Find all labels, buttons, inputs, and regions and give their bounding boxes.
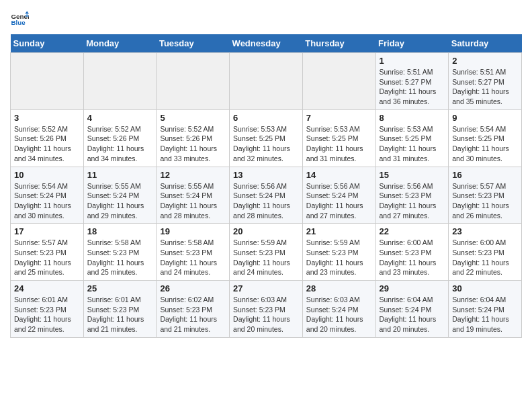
day-detail: Sunrise: 6:03 AM Sunset: 5:24 PM Dayligh…	[306, 295, 372, 334]
day-detail: Sunrise: 5:57 AM Sunset: 5:23 PM Dayligh…	[452, 181, 518, 221]
day-number: 5	[160, 113, 226, 123]
day-detail: Sunrise: 5:54 AM Sunset: 5:24 PM Dayligh…	[14, 181, 80, 221]
day-number: 6	[233, 113, 299, 123]
day-number: 29	[380, 283, 445, 293]
calendar-cell: 18Sunrise: 5:58 AM Sunset: 5:23 PM Dayli…	[83, 224, 157, 281]
day-number: 27	[233, 283, 299, 293]
day-detail: Sunrise: 5:53 AM Sunset: 5:25 PM Dayligh…	[380, 124, 445, 164]
calendar-cell: 4Sunrise: 5:52 AM Sunset: 5:26 PM Daylig…	[83, 109, 157, 167]
calendar-table: SundayMondayTuesdayWednesdayThursdayFrid…	[10, 34, 522, 338]
calendar-cell	[157, 53, 230, 110]
day-detail: Sunrise: 5:52 AM Sunset: 5:26 PM Dayligh…	[160, 124, 226, 164]
calendar-week-2: 3Sunrise: 5:52 AM Sunset: 5:26 PM Daylig…	[11, 109, 522, 167]
calendar-cell	[11, 53, 84, 110]
calendar-cell: 8Sunrise: 5:53 AM Sunset: 5:25 PM Daylig…	[375, 109, 449, 167]
calendar-cell: 27Sunrise: 6:03 AM Sunset: 5:23 PM Dayli…	[230, 281, 303, 338]
day-number: 19	[160, 226, 226, 236]
calendar-cell: 22Sunrise: 6:00 AM Sunset: 5:23 PM Dayli…	[375, 224, 449, 281]
header-sunday: Sunday	[11, 34, 84, 53]
day-number: 11	[87, 170, 153, 180]
header-monday: Monday	[83, 34, 157, 53]
day-number: 17	[14, 226, 80, 236]
calendar-week-4: 17Sunrise: 5:57 AM Sunset: 5:23 PM Dayli…	[11, 224, 522, 281]
day-detail: Sunrise: 5:55 AM Sunset: 5:24 PM Dayligh…	[160, 181, 226, 221]
day-number: 18	[87, 226, 153, 236]
calendar-cell: 29Sunrise: 6:04 AM Sunset: 5:24 PM Dayli…	[375, 281, 449, 338]
calendar-cell: 5Sunrise: 5:52 AM Sunset: 5:26 PM Daylig…	[157, 109, 230, 167]
day-number: 22	[380, 226, 445, 236]
day-number: 26	[160, 283, 226, 293]
day-number: 24	[14, 283, 80, 293]
day-detail: Sunrise: 6:04 AM Sunset: 5:24 PM Dayligh…	[452, 295, 518, 334]
day-detail: Sunrise: 5:51 AM Sunset: 5:27 PM Dayligh…	[380, 67, 445, 107]
calendar-cell: 12Sunrise: 5:55 AM Sunset: 5:24 PM Dayli…	[157, 167, 230, 224]
calendar-cell: 16Sunrise: 5:57 AM Sunset: 5:23 PM Dayli…	[449, 167, 522, 224]
day-detail: Sunrise: 5:53 AM Sunset: 5:25 PM Dayligh…	[306, 124, 372, 164]
day-detail: Sunrise: 6:02 AM Sunset: 5:23 PM Dayligh…	[160, 295, 226, 334]
day-number: 3	[14, 113, 80, 123]
calendar-cell	[83, 53, 157, 110]
calendar-cell: 23Sunrise: 6:00 AM Sunset: 5:23 PM Dayli…	[449, 224, 522, 281]
day-number: 10	[14, 170, 80, 180]
day-detail: Sunrise: 5:56 AM Sunset: 5:24 PM Dayligh…	[306, 181, 372, 221]
day-detail: Sunrise: 6:00 AM Sunset: 5:23 PM Dayligh…	[452, 238, 518, 277]
day-number: 28	[306, 283, 372, 293]
day-number: 23	[452, 226, 518, 236]
day-number: 4	[87, 113, 153, 123]
calendar-cell: 19Sunrise: 5:58 AM Sunset: 5:23 PM Dayli…	[157, 224, 230, 281]
calendar-cell: 11Sunrise: 5:55 AM Sunset: 5:24 PM Dayli…	[83, 167, 157, 224]
day-detail: Sunrise: 5:58 AM Sunset: 5:23 PM Dayligh…	[87, 238, 153, 277]
day-detail: Sunrise: 5:53 AM Sunset: 5:25 PM Dayligh…	[233, 124, 299, 164]
svg-text:Blue: Blue	[11, 19, 26, 26]
header: General Blue	[10, 10, 522, 29]
header-thursday: Thursday	[302, 34, 375, 53]
day-number: 9	[452, 113, 518, 123]
day-detail: Sunrise: 5:59 AM Sunset: 5:23 PM Dayligh…	[233, 238, 299, 277]
calendar-cell: 26Sunrise: 6:02 AM Sunset: 5:23 PM Dayli…	[157, 281, 230, 338]
day-detail: Sunrise: 5:56 AM Sunset: 5:23 PM Dayligh…	[380, 181, 445, 221]
day-number: 16	[452, 170, 518, 180]
day-number: 1	[380, 56, 445, 66]
calendar-cell: 30Sunrise: 6:04 AM Sunset: 5:24 PM Dayli…	[449, 281, 522, 338]
header-wednesday: Wednesday	[230, 34, 303, 53]
day-number: 8	[380, 113, 445, 123]
day-number: 13	[233, 170, 299, 180]
day-detail: Sunrise: 6:01 AM Sunset: 5:23 PM Dayligh…	[87, 295, 153, 334]
calendar-cell: 13Sunrise: 5:56 AM Sunset: 5:24 PM Dayli…	[230, 167, 303, 224]
day-detail: Sunrise: 6:03 AM Sunset: 5:23 PM Dayligh…	[233, 295, 299, 334]
day-number: 14	[306, 170, 372, 180]
calendar-cell: 2Sunrise: 5:51 AM Sunset: 5:27 PM Daylig…	[449, 53, 522, 110]
logo: General Blue	[10, 10, 29, 29]
calendar-cell: 25Sunrise: 6:01 AM Sunset: 5:23 PM Dayli…	[83, 281, 157, 338]
day-number: 15	[380, 170, 445, 180]
day-detail: Sunrise: 5:54 AM Sunset: 5:25 PM Dayligh…	[452, 124, 518, 164]
calendar-week-1: 1Sunrise: 5:51 AM Sunset: 5:27 PM Daylig…	[11, 53, 522, 110]
day-number: 2	[452, 56, 518, 66]
day-number: 30	[452, 283, 518, 293]
calendar-cell: 28Sunrise: 6:03 AM Sunset: 5:24 PM Dayli…	[302, 281, 375, 338]
day-detail: Sunrise: 5:56 AM Sunset: 5:24 PM Dayligh…	[233, 181, 299, 221]
calendar-cell: 6Sunrise: 5:53 AM Sunset: 5:25 PM Daylig…	[230, 109, 303, 167]
calendar-cell	[230, 53, 303, 110]
calendar-cell: 20Sunrise: 5:59 AM Sunset: 5:23 PM Dayli…	[230, 224, 303, 281]
calendar-cell: 17Sunrise: 5:57 AM Sunset: 5:23 PM Dayli…	[11, 224, 84, 281]
logo-icon: General Blue	[10, 10, 29, 29]
calendar-cell: 3Sunrise: 5:52 AM Sunset: 5:26 PM Daylig…	[11, 109, 84, 167]
day-detail: Sunrise: 6:01 AM Sunset: 5:23 PM Dayligh…	[14, 295, 80, 334]
day-number: 20	[233, 226, 299, 236]
calendar-cell: 14Sunrise: 5:56 AM Sunset: 5:24 PM Dayli…	[302, 167, 375, 224]
day-number: 21	[306, 226, 372, 236]
calendar-week-5: 24Sunrise: 6:01 AM Sunset: 5:23 PM Dayli…	[11, 281, 522, 338]
day-detail: Sunrise: 5:52 AM Sunset: 5:26 PM Dayligh…	[14, 124, 80, 164]
calendar-cell: 7Sunrise: 5:53 AM Sunset: 5:25 PM Daylig…	[302, 109, 375, 167]
day-detail: Sunrise: 5:59 AM Sunset: 5:23 PM Dayligh…	[306, 238, 372, 277]
day-detail: Sunrise: 5:57 AM Sunset: 5:23 PM Dayligh…	[14, 238, 80, 277]
day-detail: Sunrise: 5:51 AM Sunset: 5:27 PM Dayligh…	[452, 67, 518, 107]
header-friday: Friday	[375, 34, 449, 53]
day-detail: Sunrise: 6:00 AM Sunset: 5:23 PM Dayligh…	[380, 238, 445, 277]
calendar-cell	[302, 53, 375, 110]
header-saturday: Saturday	[449, 34, 522, 53]
day-detail: Sunrise: 6:04 AM Sunset: 5:24 PM Dayligh…	[380, 295, 445, 334]
calendar-cell: 10Sunrise: 5:54 AM Sunset: 5:24 PM Dayli…	[11, 167, 84, 224]
calendar-cell: 1Sunrise: 5:51 AM Sunset: 5:27 PM Daylig…	[375, 53, 449, 110]
